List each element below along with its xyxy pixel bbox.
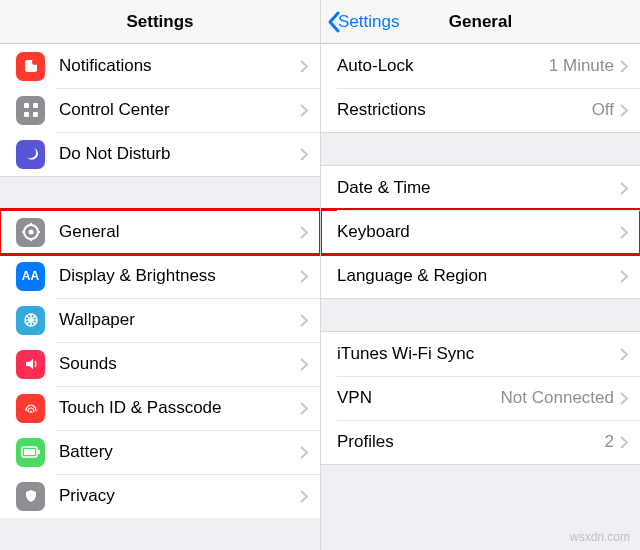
- chevron-right-icon: [620, 270, 628, 283]
- chevron-right-icon: [300, 402, 308, 415]
- chevron-right-icon: [620, 104, 628, 117]
- chevron-right-icon: [620, 436, 628, 449]
- row-value: 2: [605, 432, 614, 452]
- control-center-icon: [16, 96, 45, 125]
- general-icon: [16, 218, 45, 247]
- touch-id-icon: [16, 394, 45, 423]
- right-nav-bar: Settings General: [321, 0, 640, 44]
- row-label: Battery: [59, 442, 300, 462]
- row-battery[interactable]: Battery: [0, 430, 320, 474]
- row-label: Restrictions: [337, 100, 592, 120]
- notifications-icon: [16, 52, 45, 81]
- section-separator: [321, 132, 640, 166]
- row-itunes-wifi-sync[interactable]: iTunes Wi-Fi Sync: [321, 332, 640, 376]
- svg-point-7: [28, 230, 33, 235]
- row-control-center[interactable]: Control Center: [0, 88, 320, 132]
- back-label: Settings: [338, 12, 399, 32]
- section-separator: [321, 464, 640, 524]
- svg-rect-19: [38, 450, 40, 454]
- row-auto-lock[interactable]: Auto-Lock 1 Minute: [321, 44, 640, 88]
- row-label: Control Center: [59, 100, 300, 120]
- right-nav-title: General: [449, 12, 512, 32]
- row-label: General: [59, 222, 300, 242]
- row-label: Profiles: [337, 432, 605, 452]
- row-do-not-disturb[interactable]: Do Not Disturb: [0, 132, 320, 176]
- row-profiles[interactable]: Profiles 2: [321, 420, 640, 464]
- row-label: Date & Time: [337, 178, 620, 198]
- battery-icon: [16, 438, 45, 467]
- row-label: Auto-Lock: [337, 56, 549, 76]
- chevron-right-icon: [620, 226, 628, 239]
- row-sounds[interactable]: Sounds: [0, 342, 320, 386]
- svg-rect-2: [24, 103, 29, 108]
- watermark: wsxdn.com: [570, 530, 630, 544]
- display-brightness-icon: AA: [16, 262, 45, 291]
- row-notifications[interactable]: Notifications: [0, 44, 320, 88]
- section-separator: [0, 176, 320, 210]
- row-general[interactable]: General: [0, 210, 320, 254]
- privacy-icon: [16, 482, 45, 511]
- chevron-right-icon: [300, 226, 308, 239]
- chevron-right-icon: [300, 148, 308, 161]
- row-label: Do Not Disturb: [59, 144, 300, 164]
- row-label: Language & Region: [337, 266, 620, 286]
- row-touch-id-passcode[interactable]: Touch ID & Passcode: [0, 386, 320, 430]
- chevron-right-icon: [620, 60, 628, 73]
- chevron-right-icon: [620, 182, 628, 195]
- row-label: Notifications: [59, 56, 300, 76]
- row-label: Display & Brightness: [59, 266, 300, 286]
- row-privacy[interactable]: Privacy: [0, 474, 320, 518]
- chevron-right-icon: [300, 358, 308, 371]
- svg-rect-20: [24, 449, 35, 455]
- chevron-right-icon: [620, 392, 628, 405]
- row-restrictions[interactable]: Restrictions Off: [321, 88, 640, 132]
- row-value: Not Connected: [501, 388, 614, 408]
- row-label: Keyboard: [337, 222, 620, 242]
- row-label: Touch ID & Passcode: [59, 398, 300, 418]
- row-label: Sounds: [59, 354, 300, 374]
- row-label: VPN: [337, 388, 501, 408]
- row-label: Privacy: [59, 486, 300, 506]
- section-separator: [321, 298, 640, 332]
- sounds-icon: [16, 350, 45, 379]
- chevron-right-icon: [300, 60, 308, 73]
- left-nav-bar: Settings: [0, 0, 320, 44]
- wallpaper-icon: [16, 306, 45, 335]
- svg-rect-4: [24, 112, 29, 117]
- chevron-right-icon: [300, 490, 308, 503]
- settings-list: Notifications Control Center Do Not Dist…: [0, 44, 320, 550]
- row-wallpaper[interactable]: Wallpaper: [0, 298, 320, 342]
- chevron-right-icon: [300, 446, 308, 459]
- general-list: Auto-Lock 1 Minute Restrictions Off Date…: [321, 44, 640, 550]
- svg-rect-5: [33, 112, 38, 117]
- row-display-brightness[interactable]: AA Display & Brightness: [0, 254, 320, 298]
- row-value: 1 Minute: [549, 56, 614, 76]
- row-label: iTunes Wi-Fi Sync: [337, 344, 620, 364]
- row-label: Wallpaper: [59, 310, 300, 330]
- back-button[interactable]: Settings: [327, 11, 399, 33]
- row-language-region[interactable]: Language & Region: [321, 254, 640, 298]
- left-nav-title: Settings: [126, 12, 193, 32]
- row-date-time[interactable]: Date & Time: [321, 166, 640, 210]
- row-value: Off: [592, 100, 614, 120]
- chevron-right-icon: [300, 270, 308, 283]
- do-not-disturb-icon: [16, 140, 45, 169]
- row-vpn[interactable]: VPN Not Connected: [321, 376, 640, 420]
- svg-point-1: [32, 59, 38, 65]
- chevron-right-icon: [620, 348, 628, 361]
- chevron-right-icon: [300, 104, 308, 117]
- chevron-right-icon: [300, 314, 308, 327]
- row-keyboard[interactable]: Keyboard: [321, 210, 640, 254]
- svg-rect-3: [33, 103, 38, 108]
